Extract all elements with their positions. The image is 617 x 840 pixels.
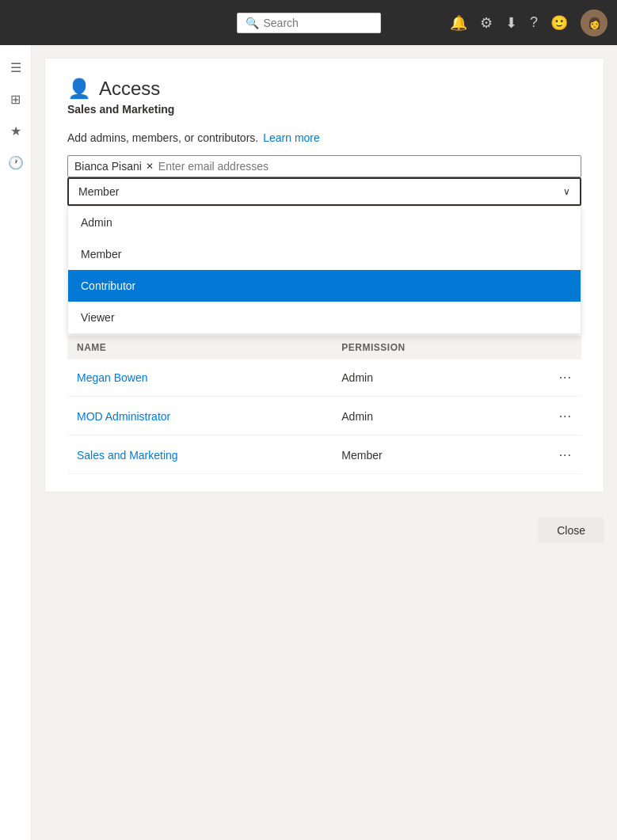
sidebar-nav-item[interactable]: ☰ xyxy=(2,53,30,82)
description-row: Add admins, members, or contributors. Le… xyxy=(67,131,581,144)
dropdown-menu: Admin Member Contributor Viewer xyxy=(67,206,581,334)
close-button-row: Close xyxy=(32,505,617,556)
avatar-image: 👩 xyxy=(588,17,601,29)
email-input-row[interactable]: Bianca Pisani ✕ xyxy=(67,155,581,177)
role-dropdown[interactable]: Member ∨ xyxy=(67,177,581,206)
table-row-name-1[interactable]: Megan Bowen xyxy=(77,371,341,384)
dropdown-item-member[interactable]: Member xyxy=(68,238,581,270)
help-icon[interactable]: ? xyxy=(530,14,538,31)
main-content: 👤 Access Sales and Marketing Add admins,… xyxy=(32,45,617,840)
dropdown-item-label-member: Member xyxy=(81,248,121,260)
sidebar-nav-item-3[interactable]: ★ xyxy=(2,116,30,145)
email-tag-close-icon[interactable]: ✕ xyxy=(146,161,154,172)
table-row-name-2[interactable]: MOD Administrator xyxy=(77,410,341,423)
gear-icon[interactable]: ⚙ xyxy=(480,14,493,32)
panel-subtitle: Sales and Marketing xyxy=(67,103,581,116)
email-input[interactable] xyxy=(158,160,574,173)
dropdown-item-label-contributor: Contributor xyxy=(81,279,135,292)
search-box[interactable]: 🔍 xyxy=(237,13,381,33)
search-icon: 🔍 xyxy=(246,17,259,29)
table-row-actions-2[interactable]: ··· xyxy=(540,409,572,424)
chevron-down-icon: ∨ xyxy=(563,186,570,197)
search-input[interactable] xyxy=(264,17,367,29)
table-row-actions-3[interactable]: ··· xyxy=(540,448,572,462)
access-icon: 👤 xyxy=(67,78,91,100)
table-row-name-3[interactable]: Sales and Marketing xyxy=(77,449,341,462)
table-header-permission: PERMISSION xyxy=(341,342,540,353)
role-selected-label: Member xyxy=(78,185,119,198)
dropdown-item-label-admin: Admin xyxy=(81,216,112,229)
close-button[interactable]: Close xyxy=(538,518,604,543)
topbar: 🔍 🔔 ⚙ ⬇ ? 🙂 👩 xyxy=(0,0,617,45)
table-header-name: NAME xyxy=(77,342,341,353)
table-row: Sales and Marketing Member ··· xyxy=(67,437,581,474)
table-row-permission-1: Admin xyxy=(341,371,540,384)
sidebar-strip: ☰ ⊞ ★ 🕐 xyxy=(0,45,32,840)
sidebar-nav-item-2[interactable]: ⊞ xyxy=(2,85,30,113)
sidebar-nav-item-4[interactable]: 🕐 xyxy=(2,148,30,177)
description-text: Add admins, members, or contributors. xyxy=(67,131,258,144)
user-avatar[interactable]: 👩 xyxy=(581,10,607,36)
smiley-icon[interactable]: 🙂 xyxy=(550,14,568,32)
table-row-permission-3: Member xyxy=(341,449,540,462)
dropdown-item-viewer[interactable]: Viewer xyxy=(68,302,581,333)
dropdown-item-contributor[interactable]: Contributor xyxy=(68,270,581,302)
dropdown-item-admin[interactable]: Admin xyxy=(68,207,581,238)
learn-more-link[interactable]: Learn more xyxy=(263,131,320,144)
email-tag: Bianca Pisani ✕ xyxy=(74,160,154,173)
table-row: Megan Bowen Admin ··· xyxy=(67,359,581,397)
panel-header: 👤 Access xyxy=(67,78,581,100)
download-icon[interactable]: ⬇ xyxy=(505,14,517,32)
table-row-actions-1[interactable]: ··· xyxy=(540,371,572,385)
email-tag-text: Bianca Pisani xyxy=(74,160,142,173)
table-row: MOD Administrator Admin ··· xyxy=(67,398,581,435)
bell-icon[interactable]: 🔔 xyxy=(450,14,467,32)
table-header-actions xyxy=(540,342,572,353)
panel-title: Access xyxy=(99,78,160,100)
dropdown-item-label-viewer: Viewer xyxy=(81,311,115,324)
table-row-permission-2: Admin xyxy=(341,410,540,423)
table-header-row: NAME PERMISSION xyxy=(67,336,581,359)
topbar-icons: 🔔 ⚙ ⬇ ? 🙂 👩 xyxy=(450,10,607,36)
access-panel: 👤 Access Sales and Marketing Add admins,… xyxy=(44,58,604,492)
